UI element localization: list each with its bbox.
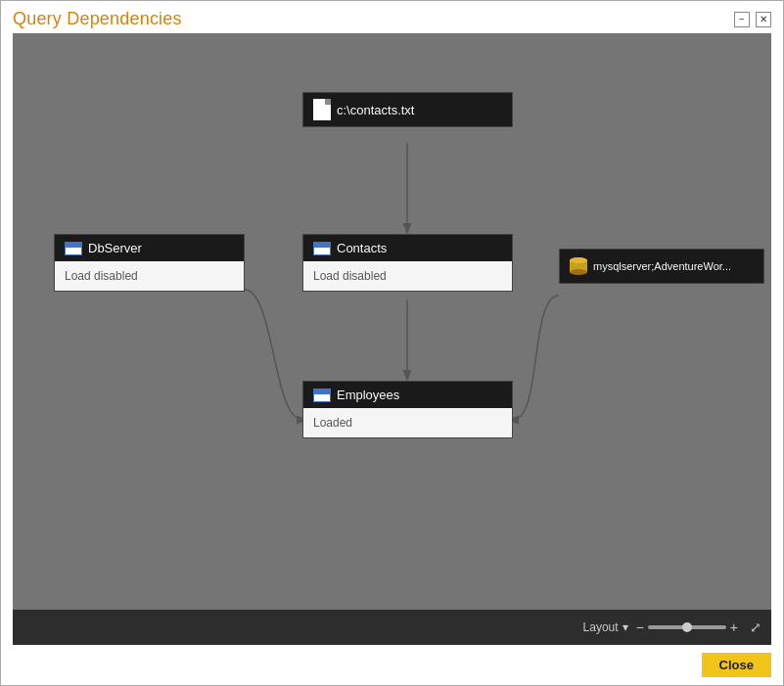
window-controls: − ✕ <box>734 12 771 27</box>
zoom-controls: − + <box>636 619 738 635</box>
employees-body: Loaded <box>303 408 512 437</box>
dbserver-body: Load disabled <box>55 261 244 291</box>
mysql-header: mysqlserver;AdventureWor... <box>560 250 763 283</box>
contacts-label: Contacts <box>337 241 387 255</box>
title-bar: Query Dependencies − ✕ <box>1 1 783 33</box>
footer: Close <box>1 645 783 685</box>
contacts-body: Load disabled <box>303 261 512 291</box>
file-icon <box>313 99 331 120</box>
close-window-button[interactable]: ✕ <box>756 12 771 27</box>
contacts-file-header: c:\contacts.txt <box>303 93 512 126</box>
mysql-node[interactable]: mysqlserver;AdventureWor... <box>559 249 764 284</box>
fit-to-screen-icon[interactable]: ⤢ <box>750 619 761 635</box>
zoom-thumb <box>682 622 692 632</box>
employees-label: Employees <box>337 388 399 402</box>
table-icon-employees <box>313 389 331 402</box>
svg-point-5 <box>570 257 587 263</box>
contacts-file-label: c:\contacts.txt <box>337 103 414 117</box>
mysql-label: mysqlserver;AdventureWor... <box>593 260 731 272</box>
dbserver-label: DbServer <box>88 241 142 255</box>
svg-point-4 <box>570 269 587 275</box>
window-title: Query Dependencies <box>13 9 182 29</box>
table-icon-dbserver <box>65 242 82 255</box>
contacts-node[interactable]: Contacts Load disabled <box>302 234 513 292</box>
canvas-area: c:\contacts.txt DbServer Load disabled C… <box>13 33 771 610</box>
employees-header: Employees <box>303 382 512 408</box>
contacts-file-node[interactable]: c:\contacts.txt <box>302 92 513 127</box>
zoom-minus-button[interactable]: − <box>636 619 644 635</box>
table-icon-contacts <box>313 242 331 255</box>
close-button[interactable]: Close <box>702 653 771 677</box>
employees-node[interactable]: Employees Loaded <box>302 381 513 438</box>
zoom-plus-button[interactable]: + <box>730 619 738 635</box>
layout-chevron-icon: ▾ <box>623 620 628 634</box>
contacts-header: Contacts <box>303 235 512 261</box>
zoom-slider[interactable] <box>648 625 726 629</box>
db-cylinder-icon <box>570 255 587 277</box>
minimize-button[interactable]: − <box>734 12 750 27</box>
layout-button[interactable]: Layout ▾ <box>583 620 628 634</box>
bottom-toolbar: Layout ▾ − + ⤢ <box>13 610 771 645</box>
dbserver-node[interactable]: DbServer Load disabled <box>54 234 245 292</box>
dbserver-header: DbServer <box>55 235 244 261</box>
query-dependencies-window: Query Dependencies − ✕ <box>0 0 784 686</box>
layout-label: Layout <box>583 620 619 634</box>
